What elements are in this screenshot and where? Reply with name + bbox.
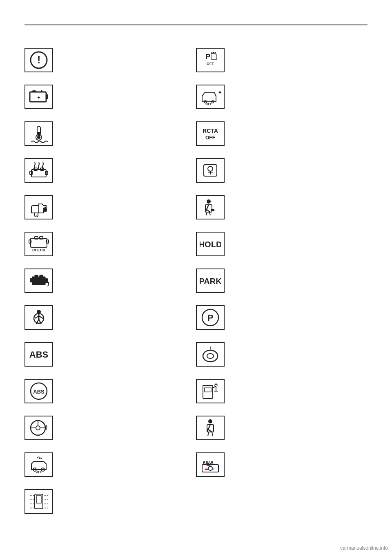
list-item: PARK bbox=[196, 262, 368, 299]
page-container: ! + bbox=[0, 0, 392, 555]
svg-text:✦: ✦ bbox=[218, 89, 221, 96]
svg-rect-12 bbox=[31, 170, 46, 177]
svg-point-36 bbox=[36, 426, 40, 430]
svg-point-88 bbox=[208, 419, 212, 423]
list-item: RCTA OFF bbox=[196, 115, 368, 152]
coolant-temp-icon bbox=[24, 121, 53, 146]
svg-text:+: + bbox=[37, 95, 40, 101]
abs-text-svg: ABS bbox=[28, 345, 49, 364]
warning-circle-svg: ! bbox=[28, 50, 49, 70]
abs-circle-svg: ABS bbox=[28, 381, 49, 401]
header-section bbox=[24, 8, 368, 42]
engine-hot-icon bbox=[24, 158, 53, 183]
svg-text:🚗: 🚗 bbox=[205, 467, 208, 470]
svg-point-11 bbox=[37, 136, 40, 139]
child-seat-svg bbox=[200, 161, 221, 180]
list-item: ! bbox=[24, 410, 196, 446]
list-item: P OFF bbox=[196, 42, 368, 78]
svg-line-73 bbox=[206, 212, 207, 215]
hold-svg: HOLD bbox=[200, 234, 221, 254]
list-item: HOLD bbox=[196, 226, 368, 262]
svg-text:OFF: OFF bbox=[205, 102, 212, 106]
list-item bbox=[196, 189, 368, 226]
list-item: ! bbox=[196, 336, 368, 373]
svg-line-92 bbox=[208, 432, 209, 436]
battery-icon: + bbox=[24, 85, 53, 109]
oil-pressure-icon bbox=[24, 195, 53, 219]
steering-svg: ! bbox=[28, 418, 49, 438]
airbag-svg bbox=[28, 308, 49, 327]
svg-point-57 bbox=[213, 52, 214, 54]
svg-rect-20 bbox=[29, 240, 31, 243]
svg-text:OFF: OFF bbox=[205, 135, 215, 141]
park-icon: PARK bbox=[196, 269, 225, 293]
battery-svg: + bbox=[28, 87, 49, 107]
svg-point-81 bbox=[207, 354, 214, 358]
svg-line-93 bbox=[212, 432, 213, 436]
park-svg: PARK bbox=[200, 271, 221, 291]
abs-text-icon: ABS bbox=[24, 342, 53, 367]
svg-rect-21 bbox=[47, 240, 49, 243]
list-item bbox=[24, 262, 196, 299]
rear-camera-svg: REAR 🚗 👤 bbox=[200, 455, 221, 474]
epb-svg: P bbox=[200, 308, 221, 327]
list-item bbox=[24, 299, 196, 336]
list-item bbox=[196, 373, 368, 410]
svg-rect-44 bbox=[35, 494, 43, 509]
epb-icon: P bbox=[196, 305, 225, 330]
right-column: P OFF bbox=[196, 42, 368, 520]
safety-off-svg: ✦ OFF bbox=[200, 87, 221, 107]
svg-text:P: P bbox=[207, 313, 214, 323]
safety-off-icon: ✦ OFF bbox=[196, 85, 225, 109]
svg-text:ABS: ABS bbox=[29, 349, 48, 360]
svg-text:CHECK: CHECK bbox=[32, 248, 46, 252]
svg-rect-75 bbox=[211, 209, 214, 211]
svg-text:👤: 👤 bbox=[211, 467, 214, 470]
abs-circle-icon: ABS bbox=[24, 379, 53, 403]
seatbelt2-svg bbox=[200, 197, 221, 217]
svg-text:HOLD: HOLD bbox=[200, 240, 221, 249]
list-item bbox=[24, 483, 196, 520]
tire-pressure-svg: ! bbox=[200, 345, 221, 364]
check-engine-box-svg: CHECK bbox=[28, 234, 49, 254]
svg-rect-3 bbox=[46, 94, 48, 99]
svg-text:!: ! bbox=[45, 424, 47, 432]
svg-text:OFF: OFF bbox=[207, 62, 214, 66]
svg-text:RCTA: RCTA bbox=[203, 128, 218, 134]
svg-line-74 bbox=[209, 212, 210, 215]
list-item: REAR 🚗 👤 bbox=[196, 446, 368, 483]
child-seat-icon bbox=[196, 158, 225, 183]
icons-grid: ! + bbox=[24, 42, 368, 520]
svg-point-56 bbox=[212, 52, 213, 54]
collision-off-icon: OFF bbox=[24, 452, 53, 477]
svg-text:!: ! bbox=[209, 346, 211, 351]
oil-svg bbox=[28, 197, 49, 217]
svg-rect-24 bbox=[45, 278, 48, 282]
airbag-icon bbox=[24, 305, 53, 330]
svg-text:ABS: ABS bbox=[33, 389, 45, 395]
check-engine-box-icon: CHECK bbox=[24, 232, 53, 256]
tire-pressure-icon: ! bbox=[196, 342, 225, 367]
list-item bbox=[24, 115, 196, 152]
svg-line-85 bbox=[213, 386, 216, 388]
master-warning-icon: ! bbox=[24, 48, 53, 72]
rcta-off-svg: RCTA OFF bbox=[200, 124, 221, 143]
svg-rect-23 bbox=[30, 278, 32, 282]
svg-point-58 bbox=[215, 52, 216, 54]
list-item bbox=[24, 152, 196, 189]
rcta-off-icon: RCTA OFF bbox=[196, 121, 225, 146]
hold-icon: HOLD bbox=[196, 232, 225, 256]
divider-line bbox=[24, 25, 368, 25]
phone-lane-icon bbox=[24, 489, 53, 514]
list-item: OFF bbox=[24, 446, 196, 483]
fuel-icon bbox=[196, 379, 225, 403]
svg-point-69 bbox=[207, 199, 211, 204]
list-item: ABS bbox=[24, 373, 196, 410]
steering-icon: ! bbox=[24, 416, 53, 440]
phone-lane-svg bbox=[28, 492, 49, 511]
list-item: ! bbox=[24, 42, 196, 78]
svg-rect-84 bbox=[205, 388, 211, 392]
mil-icon bbox=[24, 269, 53, 293]
watermark: carmanualsonline.info bbox=[340, 545, 388, 551]
list-item: CHECK bbox=[24, 226, 196, 262]
